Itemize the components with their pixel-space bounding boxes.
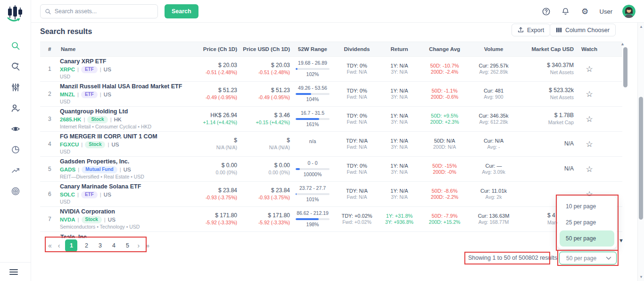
asset-ticker[interactable]: MNZL <box>60 91 75 98</box>
return-1y: 1Y: N/A <box>379 62 420 69</box>
scroll-up-icon[interactable]: ▲ <box>639 25 643 29</box>
price-usd-change: -5.92 (-3.33%) <box>237 220 290 226</box>
watch-star-icon[interactable]: ☆ <box>574 114 605 124</box>
sidebar-item-trend[interactable] <box>10 165 21 176</box>
asset-ticker[interactable]: GADS <box>60 166 75 173</box>
asset-type-badge: Stock <box>82 216 102 223</box>
asset-country: US <box>108 216 116 223</box>
column-header-return[interactable]: Return <box>379 46 420 52</box>
price-usd-change: -0.93 (-3.75%) <box>237 195 290 201</box>
sidebar-item-target[interactable] <box>10 186 21 196</box>
column-header-name[interactable]: Name <box>60 46 186 52</box>
per-page-select[interactable]: 50 per page <box>559 252 617 264</box>
search-button[interactable]: Search <box>165 4 198 18</box>
price-usd-value: $ 171.80 <box>237 212 290 220</box>
table-row[interactable]: 6 Canary Marinade Solana ETF SOLC | ETF … <box>40 182 622 207</box>
price-cell: $ 171.80 -5.92 (-3.33%) <box>186 212 237 226</box>
sidebar-item-pie-chart[interactable] <box>10 145 21 155</box>
asset-ticker[interactable]: NVDA <box>60 216 75 223</box>
column-header-index[interactable]: # <box>40 46 60 52</box>
table-row[interactable]: 3 Quantgroup Holding Ltd 2685.HK | Stock… <box>40 107 622 132</box>
price-usd-cell: $ 23.84 -0.93 (-3.75%) <box>237 187 290 201</box>
price-usd-change: 0.00 (0%) <box>237 170 290 176</box>
page-scrollbar-thumb[interactable] <box>639 97 643 220</box>
pagination-page-5[interactable]: 5 <box>123 242 132 249</box>
table-row[interactable]: 5 Gadsden Properties, Inc. GADS | Mutual… <box>40 157 622 182</box>
table-row[interactable]: 2 Manzil Russell Halal USA Broad Market … <box>40 82 622 107</box>
column-header-price-usd[interactable]: Price USD (Ch 1D) <box>237 46 290 52</box>
row-number: 4 <box>40 141 60 147</box>
volume-cell: Cur: 346.35k Avg: 612.28k <box>469 112 518 126</box>
sidebar-item-watchlist-eye[interactable] <box>10 124 21 134</box>
pagination-last-button[interactable]: » <box>145 242 150 249</box>
per-page-option-25[interactable]: 25 per page <box>560 214 614 230</box>
sidebar-item-filters[interactable] <box>10 82 21 93</box>
watch-star-icon[interactable]: ☆ <box>574 164 605 174</box>
table-scroll-down-icon[interactable]: ▼ <box>619 238 624 243</box>
sidebar-item-search[interactable] <box>10 41 21 51</box>
column-header-change-avg[interactable]: Change Avg <box>420 46 469 52</box>
change-50d: 50D: -7.9% <box>420 213 469 219</box>
app-logo-icon[interactable] <box>6 4 25 24</box>
market-cap-value: N/A <box>518 140 574 148</box>
volume-average: Avg: 612.28k <box>469 119 518 126</box>
price-cell: $ 0.00 0.00 (0%) <box>186 162 237 176</box>
help-icon[interactable] <box>542 7 551 16</box>
sidebar-item-user-check[interactable] <box>10 103 21 113</box>
price-usd-cell: $ N/A (N/A) <box>237 137 290 151</box>
table-scroll-up-icon[interactable]: ▲ <box>620 42 625 46</box>
export-button[interactable]: Export <box>512 24 550 36</box>
asset-ticker[interactable]: FGXCU <box>60 141 79 148</box>
column-header-52w-range[interactable]: 52W Range <box>290 46 335 52</box>
column-header-watch[interactable]: Watch <box>574 46 605 52</box>
menu-icon[interactable] <box>9 268 18 276</box>
table-row[interactable]: 1 Canary XRP ETF XRPC | ETF | US USD $ 2… <box>40 57 622 82</box>
pagination-page-4[interactable]: 4 <box>109 242 118 249</box>
return-3y: 3Y: +936.8% <box>379 219 420 226</box>
watch-star-icon[interactable]: ☆ <box>574 64 605 74</box>
sidebar-item-ai-search[interactable] <box>10 61 21 72</box>
dividend-forward: Fwd: N/A <box>335 144 379 151</box>
gear-icon[interactable]: ⚙ <box>580 7 590 16</box>
pagination-next-button[interactable]: › <box>136 242 140 249</box>
asset-name: Canary Marinade Solana ETF <box>60 183 186 191</box>
asset-meta: USD <box>60 74 186 80</box>
asset-ticker[interactable]: SOLC <box>60 191 75 198</box>
scroll-down-icon[interactable]: ▼ <box>639 275 643 279</box>
volume-current: Cur: 346.35k <box>469 112 518 119</box>
pagination-first-button[interactable]: « <box>47 242 53 249</box>
avatar[interactable] <box>622 5 636 18</box>
column-header-volume[interactable]: Volume <box>469 46 518 52</box>
table-row[interactable]: 4 FG MERGER III CORP. UNIT 1 COM FGXCU |… <box>40 132 622 157</box>
pagination-page-2[interactable]: 2 <box>82 242 91 249</box>
pagination-page-1[interactable]: 1 <box>65 239 77 252</box>
page-scrollbar[interactable]: ▲ ▼ <box>637 23 644 281</box>
column-header-dividends[interactable]: Dividends <box>335 46 379 52</box>
column-header-market-cap[interactable]: Market Cap USD <box>518 46 574 52</box>
pagination-prev-button[interactable]: ‹ <box>57 242 61 249</box>
per-page-option-50[interactable]: 50 per page <box>560 230 614 247</box>
search-input[interactable] <box>55 8 153 15</box>
range-cell: 0 - 0 10000% <box>290 160 335 178</box>
watch-star-icon[interactable]: ☆ <box>574 89 605 99</box>
table-row-partial[interactable]: Tesla, Inc. <box>40 232 622 238</box>
row-number: 6 <box>40 191 60 197</box>
market-cap-cell: N/A <box>518 140 574 148</box>
return-1y: 1Y: N/A <box>379 87 420 94</box>
price-cell: $ 23.84 -0.93 (-3.75%) <box>186 187 237 201</box>
asset-ticker[interactable]: XRPC <box>60 66 75 73</box>
per-page-option-10[interactable]: 10 per page <box>560 198 614 214</box>
column-header-price[interactable]: Price (Ch 1D) <box>186 46 237 52</box>
pagination-page-3[interactable]: 3 <box>95 242 105 249</box>
range-percent: 101% <box>290 196 335 203</box>
column-chooser-button[interactable]: Column Chooser <box>550 24 616 36</box>
volume-current: Cur: N/A <box>469 137 518 144</box>
sidebar <box>0 0 31 281</box>
page-title: Search results <box>40 27 92 36</box>
table-scrollbar-thumb[interactable] <box>623 47 627 87</box>
watch-star-icon[interactable]: ☆ <box>574 139 605 149</box>
asset-ticker[interactable]: 2685.HK <box>60 116 81 123</box>
table-row[interactable]: 7 NVIDIA Corporation NVDA | Stock | US S… <box>40 207 622 232</box>
bell-icon[interactable] <box>561 7 570 16</box>
range-bar <box>296 68 330 70</box>
